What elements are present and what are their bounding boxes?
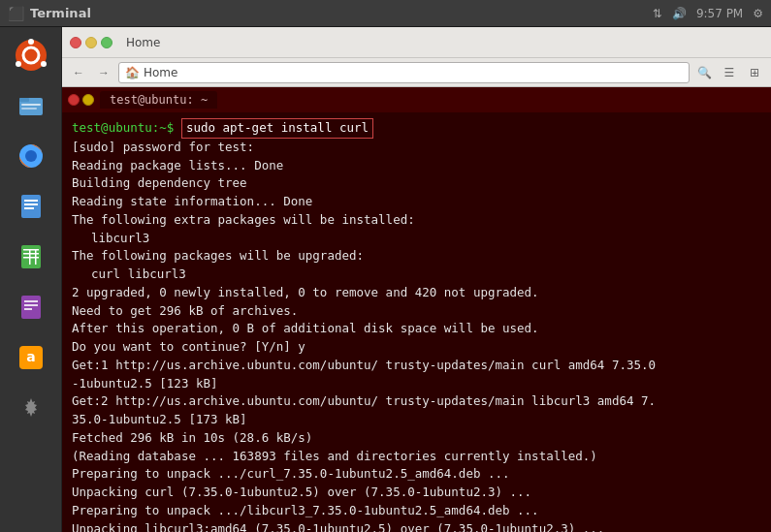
search-button[interactable]: 🔍 bbox=[693, 62, 715, 83]
sort-icon[interactable]: ⇅ bbox=[653, 7, 662, 20]
svg-rect-22 bbox=[21, 296, 41, 319]
sidebar-item-libreoffice-writer[interactable] bbox=[8, 183, 54, 230]
output-line-4: The following extra packages will be ins… bbox=[72, 211, 761, 230]
home-icon: 🏠 bbox=[125, 66, 140, 79]
terminal-tab[interactable]: test@ubuntu: ~ bbox=[100, 91, 217, 109]
volume-icon[interactable]: 🔊 bbox=[672, 7, 687, 20]
svg-rect-20 bbox=[29, 249, 31, 265]
content-area: Home ← → 🏠 Home 🔍 ☰ ⊞ test@ubuntu: ~ bbox=[62, 27, 771, 532]
output-line-3: Reading state information... Done bbox=[72, 193, 761, 211]
svg-rect-13 bbox=[24, 200, 38, 202]
output-line-19: Unpacking curl (7.35.0-1ubuntu2.5) over … bbox=[72, 484, 761, 502]
browser-toolbar: Home bbox=[62, 27, 771, 58]
output-line-8: 2 upgraded, 0 newly installed, 0 to remo… bbox=[72, 284, 761, 302]
svg-rect-23 bbox=[24, 300, 38, 302]
output-line-10: After this operation, 0 B of additional … bbox=[72, 320, 761, 338]
browser-tab-title: Home bbox=[118, 36, 763, 49]
command-box: sudo apt-get install curl bbox=[181, 118, 373, 139]
sidebar-item-files[interactable] bbox=[8, 82, 54, 129]
svg-point-4 bbox=[41, 61, 47, 67]
output-line-20: Preparing to unpack .../libcurl3_7.35.0-… bbox=[72, 502, 761, 520]
terminal-window-controls bbox=[68, 94, 94, 106]
svg-rect-19 bbox=[23, 257, 39, 259]
minimize-button[interactable] bbox=[85, 37, 97, 48]
svg-rect-21 bbox=[35, 249, 37, 265]
title-bar: ⬛ Terminal ⇅ 🔊 9:57 PM ⚙ bbox=[0, 0, 771, 27]
svg-rect-18 bbox=[23, 253, 39, 255]
svg-rect-25 bbox=[24, 308, 32, 310]
svg-point-3 bbox=[16, 61, 21, 67]
svg-rect-12 bbox=[21, 195, 41, 218]
sidebar-item-amazon[interactable]: a bbox=[8, 334, 54, 381]
nav-bar: ← → 🏠 Home 🔍 ☰ ⊞ bbox=[62, 58, 771, 87]
clock: 9:57 PM bbox=[696, 7, 743, 20]
back-button[interactable]: ← bbox=[68, 62, 89, 83]
output-line-6: The following packages will be upgraded: bbox=[72, 247, 761, 266]
output-line-16: Fetched 296 kB in 10s (28.6 kB/s) bbox=[72, 429, 761, 448]
output-line-9: Need to get 296 kB of archives. bbox=[72, 302, 761, 321]
output-line-11: Do you want to continue? [Y/n] y bbox=[72, 338, 761, 357]
forward-button[interactable]: → bbox=[93, 62, 114, 83]
output-line-14: Get:2 http://us.archive.ubuntu.com/ubunt… bbox=[72, 392, 761, 411]
close-button[interactable] bbox=[70, 37, 81, 48]
address-bar[interactable]: 🏠 Home bbox=[118, 62, 690, 83]
output-line-1: Reading package lists... Done bbox=[72, 157, 761, 175]
output-line-21: Unpacking libcurl3:amd64 (7.35.0-1ubuntu… bbox=[72, 520, 761, 533]
nav-right-buttons: 🔍 ☰ ⊞ bbox=[693, 62, 765, 83]
output-line-12: Get:1 http://us.archive.ubuntu.com/ubunt… bbox=[72, 357, 761, 375]
svg-point-2 bbox=[28, 39, 34, 45]
svg-text:a: a bbox=[26, 349, 35, 364]
svg-rect-17 bbox=[23, 249, 39, 251]
output-line-5: libcurl3 bbox=[72, 230, 761, 248]
terminal-close-button[interactable] bbox=[68, 94, 80, 106]
command-line: test@ubuntu:~$ sudo apt-get install curl bbox=[72, 118, 761, 139]
sidebar-item-ubuntu[interactable] bbox=[8, 32, 54, 78]
main-layout: a Home ← → 🏠 Home bbox=[0, 27, 771, 532]
sidebar-item-libreoffice-calc[interactable] bbox=[8, 234, 54, 280]
terminal-header: test@ubuntu: ~ bbox=[62, 87, 771, 112]
svg-rect-15 bbox=[24, 207, 34, 209]
sidebar: a bbox=[0, 27, 62, 532]
title-bar-left: ⬛ Terminal bbox=[8, 6, 91, 21]
title-bar-right: ⇅ 🔊 9:57 PM ⚙ bbox=[653, 7, 763, 20]
svg-rect-6 bbox=[19, 98, 29, 102]
output-line-7: curl libcurl3 bbox=[72, 266, 761, 284]
grid-button[interactable]: ⊞ bbox=[744, 62, 765, 83]
svg-point-11 bbox=[25, 150, 37, 162]
output-line-2: Building dependency tree bbox=[72, 174, 761, 193]
terminal-icon: ⬛ bbox=[8, 6, 24, 21]
sidebar-item-text-editor[interactable] bbox=[8, 284, 54, 330]
window-title: Terminal bbox=[30, 6, 91, 20]
svg-rect-7 bbox=[21, 104, 41, 106]
svg-rect-14 bbox=[24, 203, 38, 205]
sidebar-item-settings[interactable] bbox=[8, 385, 54, 431]
address-text: Home bbox=[144, 66, 177, 79]
output-line-18: Preparing to unpack .../curl_7.35.0-1ubu… bbox=[72, 465, 761, 484]
output-line-0: [sudo] password for test: bbox=[72, 139, 761, 157]
settings-icon[interactable]: ⚙ bbox=[753, 7, 763, 20]
output-line-15: 35.0-1ubuntu2.5 [173 kB] bbox=[72, 411, 761, 429]
svg-rect-8 bbox=[21, 108, 37, 110]
svg-rect-24 bbox=[24, 304, 38, 306]
window-controls bbox=[70, 37, 112, 48]
prompt: test@ubuntu:~$ bbox=[72, 119, 174, 138]
menu-button[interactable]: ☰ bbox=[719, 62, 740, 83]
terminal-body[interactable]: test@ubuntu:~$ sudo apt-get install curl… bbox=[62, 112, 771, 532]
output-line-17: (Reading database ... 163893 files and d… bbox=[72, 448, 761, 466]
maximize-button[interactable] bbox=[101, 37, 112, 48]
sidebar-item-firefox[interactable] bbox=[8, 133, 54, 179]
output-line-13: -1ubuntu2.5 [123 kB] bbox=[72, 375, 761, 393]
terminal-minimize-button[interactable] bbox=[82, 94, 94, 106]
